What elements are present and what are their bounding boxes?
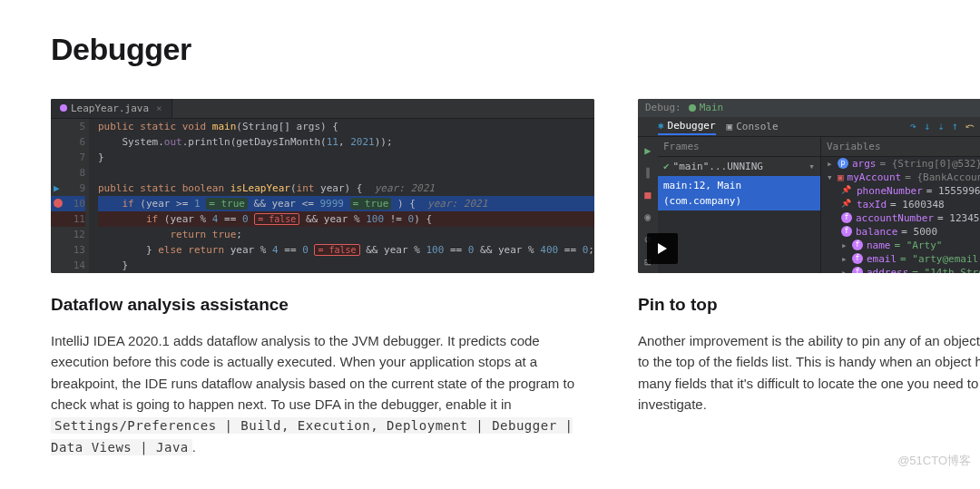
code-editor-screenshot: LeapYear.java × ▶ 5 6 7 8 9 10	[51, 99, 594, 273]
var-taxid[interactable]: 📌taxId = 1600348	[821, 198, 980, 211]
editor-tab[interactable]: LeapYear.java ×	[51, 99, 172, 118]
field-icon: f	[852, 253, 863, 264]
debugger-screenshot: Debug: Main ✱Debugger ▣Console ↷ ↓ ⇣ ↑ ⤺…	[638, 99, 980, 273]
settings-path: Settings/Preferences | Build, Execution,…	[51, 417, 573, 455]
watermark: @51CTO博客	[897, 452, 971, 470]
code-area[interactable]: public static void main(String[] args) {…	[89, 119, 594, 273]
var-address[interactable]: ▸f address = "14th Street"	[821, 266, 980, 273]
step-out-icon[interactable]: ↑	[952, 118, 958, 135]
chevron-down-icon: ▾	[808, 159, 815, 174]
stop-icon[interactable]: ■	[644, 187, 651, 204]
tab-console[interactable]: ▣Console	[727, 119, 779, 134]
var-phone[interactable]: 📌phoneNumber = 15559966	[821, 184, 980, 198]
stack-frame[interactable]: main:12, Main (com.company)	[658, 176, 820, 210]
console-icon: ▣	[727, 119, 733, 134]
var-myaccount[interactable]: ▾▣ myAccount = {BankAccount@530}	[821, 171, 980, 184]
var-name[interactable]: ▸f name = "Arty"	[821, 239, 980, 252]
watch-icon: ▣	[838, 170, 844, 185]
run-status-icon	[689, 104, 696, 112]
close-icon[interactable]: ×	[156, 101, 162, 116]
force-step-icon[interactable]: ⇣	[938, 118, 945, 135]
field-icon: f	[852, 267, 863, 272]
param-icon: p	[838, 158, 848, 169]
step-into-icon[interactable]: ↓	[924, 118, 930, 135]
step-over-icon[interactable]: ↷	[910, 118, 916, 135]
class-icon	[60, 104, 67, 112]
feature-title-pin: Pin to top	[638, 291, 980, 318]
check-icon: ✔	[663, 159, 670, 174]
field-icon: f	[841, 226, 852, 237]
pause-icon[interactable]: ∥	[645, 164, 651, 181]
tab-debugger[interactable]: ✱Debugger	[658, 118, 716, 135]
page-heading: Debugger	[51, 25, 929, 73]
pin-icon: 📌	[841, 198, 851, 210]
run-gutter-icon[interactable]: ▶	[54, 182, 60, 194]
var-args[interactable]: ▸p args = {String[0]@532}	[821, 157, 980, 171]
frames-header: Frames	[658, 137, 820, 157]
resume-icon[interactable]: ▶	[644, 142, 651, 160]
thread-selector[interactable]: ✔ "main"...UNNING ▾	[658, 157, 820, 176]
variables-header: Variables	[821, 137, 980, 157]
view-bp-icon[interactable]: ◉	[644, 209, 651, 226]
field-icon: f	[841, 212, 852, 223]
var-balance[interactable]: f balance = 5000	[821, 225, 980, 239]
run-config[interactable]: Main	[689, 100, 724, 115]
debug-toolbar: ↷ ↓ ⇣ ↑ ⤺ →| ▦ ⋯	[910, 118, 980, 135]
bug-icon: ✱	[658, 118, 664, 133]
var-email[interactable]: ▸f email = "arty@email.com"	[821, 252, 980, 266]
video-play-button[interactable]	[647, 233, 678, 264]
var-accountnumber[interactable]: f accountNumber = 12345	[821, 211, 980, 225]
line-number-gutter: 5 6 7 8 9 10 11 12 13 14 15 16	[67, 119, 89, 273]
feature-title-dfa: Dataflow analysis assistance	[51, 291, 594, 318]
editor-tab-label: LeapYear.java	[71, 101, 149, 116]
drop-frame-icon[interactable]: ⤺	[965, 118, 975, 135]
feature-desc-pin: Another improvement is the ability to pi…	[638, 330, 980, 415]
debug-label: Debug:	[645, 100, 681, 115]
feature-desc-dfa: IntelliJ IDEA 2020.1 adds dataflow analy…	[51, 330, 594, 457]
pin-icon: 📌	[841, 184, 851, 197]
breakpoint-icon[interactable]	[54, 199, 63, 208]
field-icon: f	[852, 240, 863, 250]
